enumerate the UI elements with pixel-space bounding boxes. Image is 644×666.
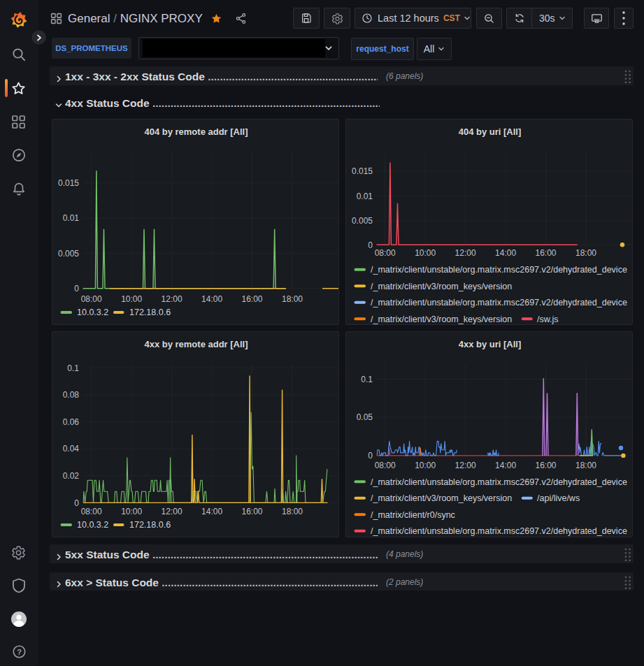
svg-text:/sw.js: /sw.js bbox=[537, 314, 559, 324]
svg-text:10.0.3.2: 10.0.3.2 bbox=[77, 307, 108, 317]
svg-text:10:00: 10:00 bbox=[415, 461, 436, 470]
svg-text:12:00: 12:00 bbox=[455, 248, 476, 258]
svg-text:/_matrix/client/unstable/org.m: /_matrix/client/unstable/org.matrix.msc2… bbox=[371, 526, 627, 536]
svg-text:/api/live/ws: /api/live/ws bbox=[537, 493, 580, 503]
svg-text:0.1: 0.1 bbox=[361, 375, 373, 384]
svg-text:/_matrix/client/unstable/org.m: /_matrix/client/unstable/org.matrix.msc2… bbox=[371, 298, 627, 307]
svg-text:08:00: 08:00 bbox=[375, 461, 396, 470]
svg-text:404 by uri [All]: 404 by uri [All] bbox=[459, 126, 522, 137]
svg-text:0.04: 0.04 bbox=[63, 444, 80, 454]
svg-text:16:00: 16:00 bbox=[241, 294, 262, 304]
svg-text:16:00: 16:00 bbox=[535, 248, 556, 258]
svg-text:10:00: 10:00 bbox=[415, 248, 436, 258]
svg-text:10:00: 10:00 bbox=[121, 507, 142, 516]
svg-text:0: 0 bbox=[368, 240, 373, 250]
svg-text:0.1: 0.1 bbox=[67, 363, 79, 373]
svg-text:404 by remote addr [All]: 404 by remote addr [All] bbox=[144, 126, 248, 137]
svg-text:0.05: 0.05 bbox=[357, 412, 373, 422]
svg-text:08:00: 08:00 bbox=[375, 248, 396, 258]
svg-text:0.015: 0.015 bbox=[58, 178, 79, 188]
svg-text:18:00: 18:00 bbox=[575, 248, 596, 258]
svg-text:12:00: 12:00 bbox=[162, 294, 183, 304]
svg-text:18:00: 18:00 bbox=[575, 461, 596, 470]
svg-text:18:00: 18:00 bbox=[282, 507, 303, 516]
svg-text:0.015: 0.015 bbox=[352, 166, 373, 176]
svg-text:0.005: 0.005 bbox=[352, 216, 373, 226]
svg-text:/_matrix/client/v3/room_keys/v: /_matrix/client/v3/room_keys/version bbox=[371, 282, 512, 291]
svg-text:14:00: 14:00 bbox=[201, 294, 222, 304]
svg-text:10.0.3.2: 10.0.3.2 bbox=[77, 520, 108, 530]
svg-text:172.18.0.6: 172.18.0.6 bbox=[129, 520, 171, 530]
svg-text:/_matrix/client/unstable/org.m: /_matrix/client/unstable/org.matrix.msc2… bbox=[371, 265, 627, 275]
svg-text:0: 0 bbox=[74, 498, 79, 508]
svg-text:/_matrix/client/r0/sync: /_matrix/client/r0/sync bbox=[371, 510, 455, 520]
svg-text:14:00: 14:00 bbox=[495, 461, 516, 470]
svg-text:0.01: 0.01 bbox=[357, 191, 373, 201]
svg-text:4xx by uri [All]: 4xx by uri [All] bbox=[459, 339, 522, 349]
svg-text:0: 0 bbox=[368, 451, 373, 461]
svg-text:0.08: 0.08 bbox=[63, 390, 80, 400]
svg-text:/_matrix/client/v3/room_keys/v: /_matrix/client/v3/room_keys/version bbox=[371, 493, 512, 503]
svg-text:16:00: 16:00 bbox=[535, 461, 556, 470]
svg-text:0.005: 0.005 bbox=[58, 249, 79, 259]
svg-text:0.01: 0.01 bbox=[63, 213, 80, 223]
svg-text:08:00: 08:00 bbox=[81, 294, 102, 304]
svg-text:?: ? bbox=[17, 648, 22, 656]
svg-text:0.02: 0.02 bbox=[63, 471, 80, 481]
svg-text:/_matrix/client/v3/room_keys/v: /_matrix/client/v3/room_keys/version bbox=[371, 314, 512, 324]
svg-text:08:00: 08:00 bbox=[81, 507, 102, 516]
svg-text:14:00: 14:00 bbox=[201, 507, 222, 516]
svg-text:0.06: 0.06 bbox=[63, 417, 80, 427]
svg-text:18:00: 18:00 bbox=[282, 294, 303, 304]
svg-text:14:00: 14:00 bbox=[495, 248, 516, 258]
svg-text:172.18.0.6: 172.18.0.6 bbox=[129, 307, 171, 317]
svg-text:12:00: 12:00 bbox=[455, 461, 476, 470]
svg-text:4xx by remote addr [All]: 4xx by remote addr [All] bbox=[144, 339, 248, 349]
svg-text:12:00: 12:00 bbox=[162, 507, 183, 516]
svg-text:/_matrix/client/unstable/org.m: /_matrix/client/unstable/org.matrix.msc2… bbox=[371, 477, 627, 487]
svg-text:16:00: 16:00 bbox=[241, 507, 262, 516]
svg-text:0: 0 bbox=[74, 284, 79, 294]
svg-text:10:00: 10:00 bbox=[121, 294, 142, 304]
